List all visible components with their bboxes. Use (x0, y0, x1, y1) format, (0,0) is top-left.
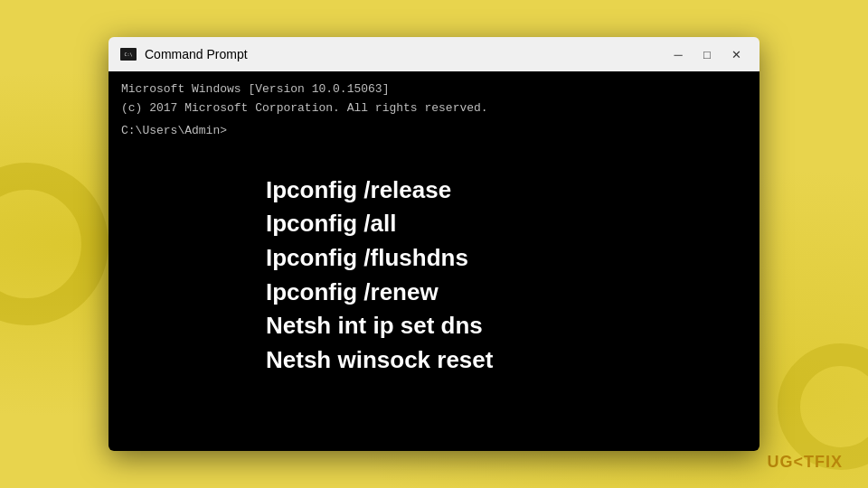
command-line-3: Ipconfig /flushdns (266, 241, 747, 276)
terminal-line1: Microsoft Windows [Version 10.0.15063] (121, 80, 747, 99)
command-line-5: Netsh int ip set dns (266, 309, 747, 343)
bg-circle-right (778, 343, 868, 470)
maximize-button[interactable]: □ (694, 44, 720, 64)
title-bar: Command Prompt ─ □ ✕ (108, 37, 760, 71)
command-line-2: Ipconfig /all (266, 207, 747, 241)
close-button[interactable]: ✕ (723, 44, 749, 64)
command-prompt-window: Command Prompt ─ □ ✕ Microsoft Windows [… (108, 37, 760, 451)
commands-list: Ipconfig /releaseIpconfig /allIpconfig /… (121, 164, 747, 378)
window-title: Command Prompt (145, 47, 248, 61)
terminal-prompt: C:\Users\Admin> (121, 124, 747, 137)
window-icon (119, 45, 137, 63)
cmd-icon (120, 48, 137, 61)
terminal-header: Microsoft Windows [Version 10.0.15063] (… (121, 80, 747, 118)
terminal-line2: (c) 2017 Microsoft Corporation. All righ… (121, 99, 747, 118)
terminal-body: Microsoft Windows [Version 10.0.15063] (… (108, 71, 760, 451)
window-controls: ─ □ ✕ (665, 44, 749, 64)
command-line-1: Ipconfig /release (266, 174, 747, 208)
watermark: UG<TFIX (767, 453, 843, 472)
command-line-6: Netsh winsock reset (266, 343, 747, 378)
bg-circle-left (0, 163, 108, 325)
command-line-4: Ipconfig /renew (266, 276, 747, 310)
minimize-button[interactable]: ─ (665, 44, 691, 64)
